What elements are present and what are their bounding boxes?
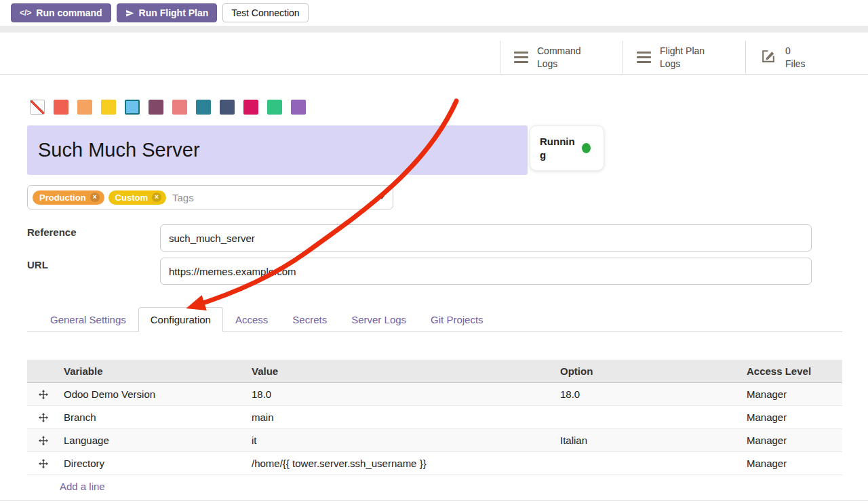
stat-label-files: 0 Files [785,45,806,69]
header-bar: Command Logs Flight Plan Logs [0,33,868,75]
drag-handle-icon[interactable] [27,390,60,399]
stat-button-files[interactable]: 0 Files [745,41,868,74]
remove-tag-icon[interactable]: × [152,193,161,202]
tab-access[interactable]: Access [223,307,280,332]
cell-value[interactable]: /home/{{ tower.server.ssh_username }} [248,458,556,469]
color-swatch-purple[interactable] [291,100,306,115]
notebook-tabs: General Settings Configuration Access Se… [27,306,842,332]
table-row: Language it Italian Manager [27,429,842,452]
table-row: Directory /home/{{ tower.server.ssh_user… [27,452,842,475]
tag-production[interactable]: Production × [33,190,104,205]
stat-label-command-logs: Command Logs [537,45,581,69]
color-swatch-yellow[interactable] [101,100,116,115]
tab-general-settings[interactable]: General Settings [38,307,138,332]
run-flight-plan-button[interactable]: Run Flight Plan [117,3,218,22]
stat-count: 0 [785,45,791,56]
color-swatch-none[interactable] [30,100,45,115]
color-swatch-salmon[interactable] [172,100,187,115]
bars-icon [514,52,528,64]
cell-access-level[interactable]: Manager [743,411,842,423]
status-dot-icon [582,143,591,153]
tab-secrets[interactable]: Secrets [280,307,339,332]
test-connection-button[interactable]: Test Connection [222,3,308,22]
cell-access-level[interactable]: Manager [743,435,842,446]
test-connection-label: Test Connection [231,7,299,18]
stat-label-line: Command [537,45,581,56]
cell-access-level[interactable]: Manager [743,458,842,469]
action-toolbar: </> Run command Run Flight Plan Test Con… [0,0,868,26]
add-a-line-link[interactable]: Add a line [27,475,842,497]
tab-server-logs[interactable]: Server Logs [339,307,418,332]
color-swatch-teal[interactable] [196,100,211,115]
cell-variable[interactable]: Branch [60,411,248,423]
cell-option[interactable]: Italian [556,435,743,446]
url-label: URL [27,259,48,270]
color-swatch-red[interactable] [54,100,68,115]
stat-button-flight-plan-logs[interactable]: Flight Plan Logs [623,41,745,74]
col-header-access-level: Access Level [743,365,842,377]
status-indicator: Running [530,125,604,171]
url-input[interactable] [160,258,812,285]
cell-variable[interactable]: Odoo Demo Version [60,388,248,400]
table-header-row: Variable Value Option Access Level [27,360,842,383]
run-command-label: Run command [36,7,102,18]
server-name-input[interactable] [27,125,528,175]
edit-icon [760,47,776,67]
color-swatch-navy[interactable] [220,100,235,115]
cell-variable[interactable]: Directory [60,458,248,469]
color-swatch-cyan-selected[interactable] [125,100,140,115]
drag-handle-icon[interactable] [27,413,60,422]
tags-field[interactable]: Production × Custom × Tags [27,185,393,209]
reference-input[interactable] [160,224,812,252]
tags-placeholder: Tags [172,192,194,203]
chevron-down-icon[interactable] [379,196,384,199]
drag-handle-icon[interactable] [27,436,60,445]
cell-value[interactable]: main [248,411,556,423]
col-header-option: Option [556,365,743,377]
stat-label-line: Files [785,58,806,69]
bars-icon [637,52,651,64]
reference-label: Reference [27,226,77,238]
col-header-variable: Variable [60,365,248,377]
tab-git-projects[interactable]: Git Projects [418,307,496,332]
table-row: Branch main Manager [27,406,842,429]
configuration-table: Variable Value Option Access Level Odoo … [27,360,842,497]
cell-option[interactable]: 18.0 [556,388,743,400]
tab-configuration[interactable]: Configuration [138,307,223,332]
divider-band [0,26,868,33]
cell-value[interactable]: 18.0 [248,388,556,400]
plane-icon [125,9,134,18]
form-sheet: Running Production × Custom × Tags Refer… [0,75,868,503]
server-form-page: </> Run command Run Flight Plan Test Con… [0,0,868,503]
stat-button-command-logs[interactable]: Command Logs [500,41,623,74]
drag-handle-icon[interactable] [27,459,60,468]
color-palette [30,100,306,115]
color-swatch-green[interactable] [267,100,282,115]
status-label: Running [540,135,575,161]
remove-tag-icon[interactable]: × [90,193,100,202]
stat-label-line: Logs [660,58,680,69]
run-command-button[interactable]: </> Run command [11,3,111,22]
stat-label-flight-plan-logs: Flight Plan Logs [660,45,705,69]
tag-label: Custom [115,193,148,203]
color-swatch-magenta[interactable] [243,100,258,115]
stat-buttons: Command Logs Flight Plan Logs [500,41,868,74]
color-swatch-maroon[interactable] [149,100,163,115]
color-swatch-orange[interactable] [77,100,92,115]
col-header-value: Value [248,365,556,377]
table-row: Odoo Demo Version 18.0 18.0 Manager [27,383,842,406]
code-icon: </> [20,8,31,18]
tag-label: Production [39,193,86,203]
bottom-divider [0,500,868,501]
cell-value[interactable]: it [248,435,556,446]
run-flight-plan-label: Run Flight Plan [139,7,209,18]
tag-custom[interactable]: Custom × [108,190,166,205]
cell-access-level[interactable]: Manager [743,388,842,400]
cell-variable[interactable]: Language [60,435,248,446]
stat-label-line: Flight Plan [660,45,705,56]
stat-label-line: Logs [537,58,557,69]
